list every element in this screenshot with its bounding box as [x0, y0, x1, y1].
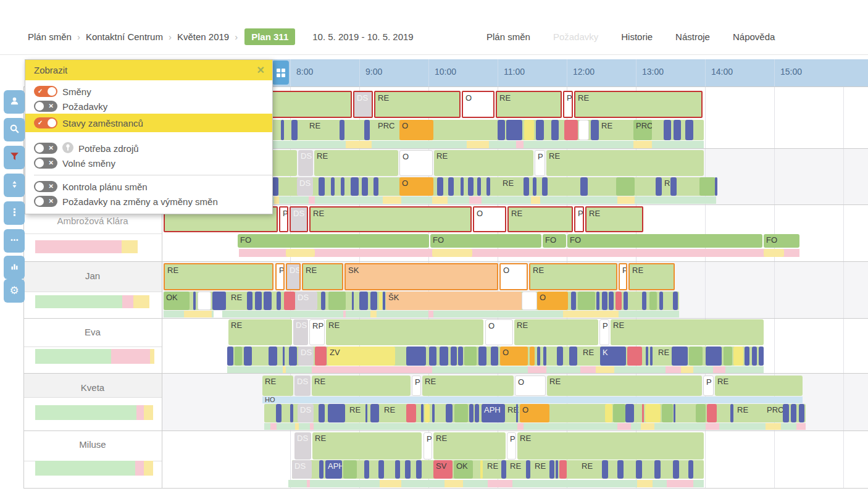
status-segment[interactable]: [799, 404, 804, 422]
status-segment[interactable]: [373, 177, 378, 196]
shift-segment[interactable]: RE: [546, 150, 704, 176]
shift-segment[interactable]: RE: [611, 319, 764, 345]
status-segment[interactable]: ZV: [327, 346, 395, 366]
status-segment[interactable]: [359, 292, 368, 310]
status-segment[interactable]: [284, 292, 295, 310]
status-segment[interactable]: [272, 177, 278, 196]
status-segment[interactable]: [578, 120, 589, 140]
status-segment[interactable]: [264, 292, 272, 310]
status-segment[interactable]: [247, 292, 252, 310]
shift-segment[interactable]: DS: [290, 206, 308, 232]
close-icon[interactable]: ✕: [257, 64, 265, 76]
status-segment[interactable]: [437, 177, 443, 196]
status-segment[interactable]: O: [399, 120, 433, 140]
status-segment[interactable]: [699, 177, 715, 196]
shift-segment[interactable]: RE: [517, 432, 704, 460]
extra-segment[interactable]: [286, 249, 315, 257]
status-segment[interactable]: [706, 346, 722, 366]
status-segment[interactable]: [556, 460, 558, 479]
status-segment[interactable]: [662, 404, 673, 422]
toggle-switch[interactable]: ✕: [34, 196, 57, 207]
status-segment[interactable]: [383, 292, 385, 310]
status-segment[interactable]: [642, 404, 644, 422]
status-segment[interactable]: [530, 346, 535, 366]
status-segment[interactable]: O: [537, 292, 568, 310]
status-segment[interactable]: [429, 346, 436, 366]
status-segment[interactable]: [341, 177, 344, 196]
shift-segment[interactable]: RE: [585, 206, 643, 232]
status-segment[interactable]: [255, 292, 262, 310]
status-segment[interactable]: RE: [500, 177, 519, 196]
status-segment[interactable]: [673, 460, 679, 479]
status-segment[interactable]: [277, 292, 281, 310]
status-segment[interactable]: [596, 292, 599, 310]
shift-segment[interactable]: RE: [433, 432, 506, 460]
status-segment[interactable]: [791, 404, 796, 422]
status-segment[interactable]: [501, 460, 506, 479]
shift-segment[interactable]: RE: [496, 91, 562, 118]
status-segment[interactable]: [650, 346, 653, 366]
status-segment[interactable]: [378, 460, 384, 479]
shift-segment[interactable]: P: [412, 376, 421, 396]
status-segment[interactable]: [551, 120, 559, 140]
status-segment[interactable]: [624, 292, 628, 310]
shift-segment[interactable]: RE: [507, 206, 573, 232]
status-segment[interactable]: [319, 404, 325, 422]
status-segment[interactable]: [656, 177, 662, 196]
status-segment[interactable]: [715, 177, 717, 196]
status-segment[interactable]: [625, 404, 634, 422]
status-segment[interactable]: [645, 404, 661, 422]
status-segment[interactable]: [276, 404, 282, 422]
shift-segment[interactable]: DS: [293, 319, 308, 345]
status-segment[interactable]: [425, 404, 430, 422]
status-segment[interactable]: DS: [292, 460, 312, 479]
shift-segment[interactable]: O: [515, 376, 546, 396]
shift-segment[interactable]: O: [462, 91, 495, 118]
status-segment[interactable]: [379, 292, 382, 310]
shift-segment[interactable]: RE: [302, 263, 343, 290]
sidebar-tab-ellipsis[interactable]: [4, 229, 25, 253]
status-segment[interactable]: [475, 404, 479, 422]
shift-segment[interactable]: DS: [298, 150, 313, 176]
status-segment[interactable]: [654, 460, 661, 479]
sidebar-tab-search[interactable]: [4, 118, 25, 141]
status-segment[interactable]: [533, 177, 536, 196]
status-segment[interactable]: [315, 346, 327, 366]
toggle-switch[interactable]: ✕: [34, 181, 57, 192]
status-segment[interactable]: [696, 404, 706, 422]
shift-segment[interactable]: DS: [294, 376, 311, 396]
status-segment[interactable]: RE: [347, 404, 364, 422]
shift-segment[interactable]: RE: [628, 263, 675, 290]
shift-segment[interactable]: O: [399, 150, 433, 176]
status-segment[interactable]: [451, 346, 457, 366]
shift-segment[interactable]: RE: [374, 91, 461, 118]
shift-segment[interactable]: RE: [326, 319, 483, 345]
shift-segment[interactable]: O: [499, 263, 528, 290]
extra-segment[interactable]: FO: [567, 234, 762, 248]
status-segment[interactable]: [328, 292, 346, 310]
shift-segment[interactable]: P: [424, 432, 432, 460]
status-segment[interactable]: [477, 177, 481, 196]
status-segment[interactable]: [480, 460, 483, 479]
status-segment[interactable]: [331, 177, 335, 196]
toggle-switch[interactable]: ✕: [34, 101, 57, 112]
status-segment[interactable]: [516, 404, 518, 422]
shift-segment[interactable]: RE: [164, 263, 273, 290]
status-segment[interactable]: K: [600, 346, 626, 366]
status-segment[interactable]: ŠK: [386, 292, 522, 310]
status-segment[interactable]: [616, 177, 635, 196]
status-segment[interactable]: [364, 120, 370, 140]
extra-segment[interactable]: [764, 249, 784, 257]
status-segment[interactable]: [395, 460, 400, 479]
status-segment[interactable]: DS: [298, 404, 314, 422]
status-segment[interactable]: [405, 460, 411, 479]
status-segment[interactable]: [343, 460, 357, 479]
status-segment[interactable]: [670, 177, 677, 196]
sidebar-tab-chart[interactable]: [4, 256, 25, 279]
status-segment[interactable]: [498, 120, 505, 140]
extra-segment[interactable]: FO: [543, 234, 566, 248]
status-segment[interactable]: [468, 177, 474, 196]
status-segment[interactable]: RE: [656, 346, 670, 366]
status-segment[interactable]: [609, 292, 614, 310]
status-segment[interactable]: [602, 292, 607, 310]
